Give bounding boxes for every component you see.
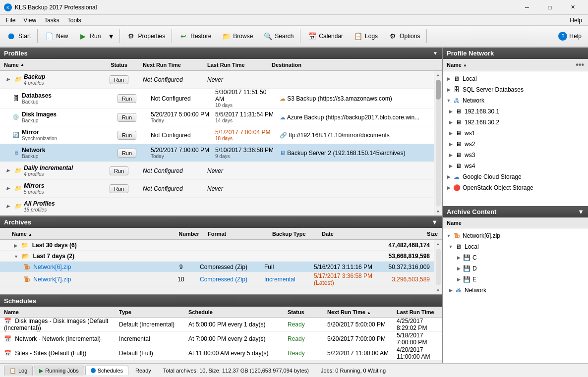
network-run-btn[interactable]: Run — [118, 149, 136, 158]
start-button[interactable]: ⏺ Start — [2, 27, 35, 45]
maximize-button[interactable]: □ — [538, 0, 561, 15]
scrollbar-down-btn[interactable]: ▼ — [434, 208, 442, 215]
expand-192-30-2[interactable]: ▶ — [447, 118, 455, 126]
expand-daily[interactable]: ▶ — [4, 166, 12, 174]
arch-col-type[interactable]: Backup Type — [268, 231, 318, 237]
tree-local[interactable]: ▶ 🖥 Local — [443, 73, 588, 84]
expand-googlecloud[interactable]: ▶ — [445, 173, 453, 181]
tree-openstack[interactable]: ▶ 🔴 OpenStack Object Storage — [443, 182, 588, 193]
ac-tree-c[interactable]: ▶ 💾 C — [443, 252, 588, 263]
help-button[interactable]: ? Help — [554, 27, 586, 45]
mirror-run-btn[interactable]: Run — [118, 131, 136, 140]
scrollbar-up-btn[interactable]: ▲ — [434, 71, 442, 79]
expand-openstack[interactable]: ▶ — [445, 184, 453, 192]
expand-ws3[interactable]: ▶ — [447, 151, 455, 159]
arch-group-30days[interactable]: ▶ 📁 Last 30 days (6) 47,482,468,174 — [0, 240, 434, 251]
logs-button[interactable]: 📋 Logs — [349, 27, 382, 45]
sch-col-status[interactable]: Status — [288, 309, 327, 315]
tree-ws1[interactable]: ▶ 🖥 ws1 — [443, 128, 588, 139]
sch-col-next[interactable]: Next Run Time ▲ — [327, 309, 397, 315]
arch-item-network7[interactable]: 🗜 Network[7].zip 10 Compressed (Zip) Inc… — [0, 272, 434, 287]
sch-row-sites[interactable]: 📅 Sites - Sites (Default (Full)) Default… — [0, 346, 442, 361]
expand-7days[interactable]: ▼ — [14, 254, 18, 259]
expand-192-30-1[interactable]: ▶ — [447, 108, 455, 115]
profile-row-allprofiles[interactable]: ▶ 📁 All Profiles 18 profiles — [0, 198, 434, 215]
scrollbar-thumb[interactable] — [436, 80, 441, 100]
ac-col-name[interactable]: Name — [447, 220, 462, 226]
restore-button[interactable]: ↩ Restore — [174, 27, 216, 45]
expand-backup[interactable]: ▶ — [4, 75, 12, 83]
diskimages-run-btn[interactable]: Run — [118, 113, 136, 122]
profile-row-network[interactable]: 🖥 Network Backup Run 5/20/2017 7:00:00 P… — [0, 144, 434, 162]
tree-network[interactable]: ▼ 🖧 Network — [443, 95, 588, 106]
browse-button[interactable]: 📁 Browse — [217, 27, 257, 45]
daily-run-btn[interactable]: Run — [110, 166, 128, 175]
profile-row-mirror[interactable]: 🔄 Mirror Synchronization Run Not Configu… — [0, 126, 434, 144]
menu-view[interactable]: View — [19, 16, 40, 25]
menu-file[interactable]: File — [2, 16, 19, 25]
arch-col-name[interactable]: Name ▲ — [0, 231, 174, 237]
pn-more-button[interactable]: ••• — [576, 60, 584, 69]
minimize-button[interactable]: ─ — [516, 0, 538, 15]
menu-tasks[interactable]: Tasks — [40, 16, 63, 25]
col-header-name[interactable]: Name ▲ — [0, 62, 99, 68]
tab-schedules[interactable]: Schedules — [85, 366, 128, 375]
tree-192-30-2[interactable]: ▶ 🖥 192.168.30.2 — [443, 117, 588, 128]
expand-sqlserver[interactable]: ▶ — [445, 86, 453, 94]
col-header-dest[interactable]: Destination — [268, 62, 442, 68]
arch-col-format[interactable]: Format — [204, 231, 268, 237]
arch-scroll-down[interactable]: ▼ — [434, 286, 442, 294]
sch-col-last[interactable]: Last Run Time — [397, 309, 442, 315]
arch-scroll-up[interactable]: ▲ — [434, 240, 442, 248]
profiles-scrollbar[interactable]: ▲ ▼ — [434, 71, 442, 215]
pn-col-name[interactable]: Name ▲ — [447, 62, 467, 68]
profiles-collapse-button[interactable]: ▼ — [433, 51, 438, 56]
mirrors-run-btn[interactable]: Run — [110, 184, 128, 193]
expand-30days[interactable]: ▶ — [14, 243, 17, 248]
menu-help[interactable]: Help — [566, 16, 586, 25]
sch-row-network[interactable]: 📅 Network - Network (Incremental) Increm… — [0, 332, 442, 346]
ac-expand-d[interactable]: ▶ — [455, 265, 463, 272]
expand-ws2[interactable]: ▶ — [447, 140, 455, 148]
databases-run-btn[interactable]: Run — [118, 94, 136, 103]
expand-network[interactable]: ▼ — [445, 97, 453, 105]
expand-local[interactable]: ▶ — [445, 75, 453, 83]
tree-ws3[interactable]: ▶ 🖥 ws3 — [443, 150, 588, 161]
sch-row-diskimages[interactable]: 📅 Disk Images - Disk Images (Default (In… — [0, 318, 442, 332]
backup-run-btn[interactable]: Run — [110, 75, 128, 84]
expand-ws1[interactable]: ▶ — [447, 129, 455, 137]
profile-row-daily[interactable]: ▶ 📁 Daily Incremental 4 profiles Run N — [0, 162, 434, 180]
tree-ws4[interactable]: ▶ 🖥 ws4 — [443, 161, 588, 171]
ac-tree-local[interactable]: ▼ 🖥 Local — [443, 241, 588, 252]
tree-ws2[interactable]: ▶ 🖥 ws2 — [443, 139, 588, 150]
archives-collapse-btn[interactable]: ▼ — [431, 218, 438, 226]
arch-col-size[interactable]: Size — [392, 231, 442, 237]
ac-tree-e[interactable]: ▶ 💾 E — [443, 274, 588, 285]
options-button[interactable]: ⚙ Options — [383, 27, 424, 45]
ac-expand-network6zip[interactable]: ▼ — [445, 232, 453, 240]
sch-col-name[interactable]: Name — [0, 309, 119, 315]
menu-tools[interactable]: Tools — [63, 16, 85, 25]
profile-row-backup[interactable]: ▶ 📁 Backup 4 profiles Run Not Configur — [0, 71, 434, 89]
expand-ws4[interactable]: ▶ — [447, 162, 455, 170]
ac-expand-e[interactable]: ▶ — [455, 275, 463, 283]
ac-expand-c[interactable]: ▶ — [455, 254, 463, 262]
profile-row-databases[interactable]: 🗄 Databases Backup Run Not Configured 5/ — [0, 89, 434, 108]
ac-expand-network[interactable]: ▶ — [447, 286, 455, 294]
ac-tree-network6zip[interactable]: ▼ 🗜 Network[6].zip — [443, 230, 588, 241]
col-header-status[interactable]: Status — [99, 62, 139, 68]
tree-192-30-1[interactable]: ▶ 🖥 192.168.30.1 — [443, 106, 588, 117]
arch-group-7days[interactable]: ▼ 📂 Last 7 days (2) 53,668,819,598 — [0, 251, 434, 262]
close-button[interactable]: ✕ — [561, 0, 584, 15]
ac-tree-d[interactable]: ▶ 💾 D — [443, 263, 588, 274]
expand-mirrors[interactable]: ▶ — [4, 184, 12, 192]
tree-googlecloud[interactable]: ▶ ☁ Google Cloud Storage — [443, 171, 588, 182]
run-button[interactable]: ▶ Run — [73, 27, 105, 45]
col-header-lastrun[interactable]: Last Run Time — [203, 62, 268, 68]
calendar-button[interactable]: 📅 Calendar — [302, 27, 348, 45]
col-header-nextrun[interactable]: Next Run Time — [139, 62, 203, 68]
arch-item-network6[interactable]: 🗜 Network[6].zip 9 Compressed (Zip) Full… — [0, 262, 434, 272]
run-arrow-button[interactable]: ▼ — [105, 27, 117, 45]
tree-sqlserver[interactable]: ▶ 🗄 SQL Server Databases — [443, 84, 588, 95]
arch-col-date[interactable]: Date — [318, 231, 392, 237]
